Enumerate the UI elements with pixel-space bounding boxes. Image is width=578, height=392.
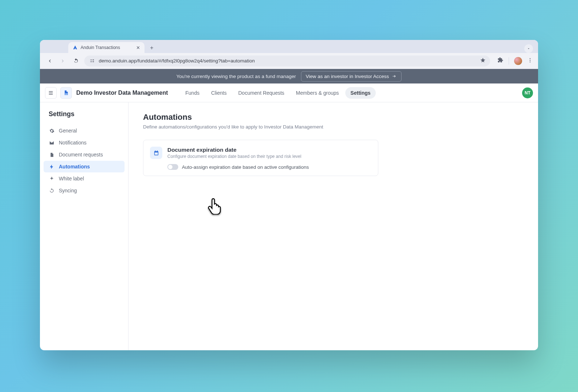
topnav-members[interactable]: Members & groups	[291, 87, 344, 99]
topnav-clients[interactable]: Clients	[206, 87, 232, 99]
top-nav: Funds Clients Document Requests Members …	[180, 87, 376, 99]
sidebar-item-document-requests[interactable]: Document requests	[44, 149, 125, 160]
back-button[interactable]	[45, 56, 54, 66]
url-text: demo.anduin.app/funddata/#/fdfxq2l0pg8ow…	[99, 58, 255, 64]
toolbar-right	[497, 57, 533, 65]
site-settings-icon[interactable]	[89, 58, 95, 64]
view-as-investor-link[interactable]: View as an investor in Investor Access	[301, 71, 402, 82]
tab-favicon-icon	[73, 45, 78, 50]
auto-assign-toggle[interactable]	[167, 164, 178, 170]
page-subtitle: Define automations/configurations you'd …	[143, 124, 524, 130]
card-title: Document expiration date	[167, 147, 371, 153]
browser-tab[interactable]: Anduin Transactions ✕	[68, 42, 144, 53]
browser-tabstrip: Anduin Transactions ✕ +	[40, 40, 538, 53]
sidebar-item-general[interactable]: General	[44, 125, 125, 136]
browser-toolbar: demo.anduin.app/funddata/#/fdfxq2l0pg8ow…	[40, 53, 538, 69]
notice-link-label: View as an investor in Investor Access	[306, 74, 389, 79]
browser-window: Anduin Transactions ✕ + dem	[40, 40, 538, 350]
chrome-menu-icon[interactable]	[527, 57, 533, 65]
sidebar-item-automations[interactable]: Automations	[44, 161, 125, 172]
forward-button[interactable]	[58, 56, 68, 66]
new-tab-button[interactable]: +	[147, 43, 157, 53]
svg-point-1	[530, 60, 530, 60]
sidebar-item-label: Syncing	[59, 188, 77, 193]
sidebar-item-label: Automations	[59, 164, 90, 170]
topnav-docreq[interactable]: Document Requests	[233, 87, 289, 99]
bookmark-icon[interactable]	[480, 57, 486, 65]
sidebar-title: Settings	[40, 110, 128, 123]
toggle-label: Auto-assign expiration date based on act…	[182, 164, 309, 170]
reload-button[interactable]	[71, 56, 81, 66]
bolt-icon	[49, 164, 54, 170]
role-notice-bar: You're currently viewing the product as …	[40, 69, 538, 83]
mail-icon	[49, 140, 54, 146]
sidebar-item-label: Document requests	[59, 152, 103, 158]
svg-point-2	[530, 61, 530, 62]
sparkle-icon	[49, 176, 54, 181]
hamburger-button[interactable]	[45, 87, 57, 99]
document-icon	[49, 152, 54, 158]
topnav-funds[interactable]: Funds	[180, 87, 205, 99]
sidebar-item-label: General	[59, 128, 77, 134]
svg-rect-7	[157, 150, 157, 152]
page-title: Automations	[143, 113, 524, 122]
profile-avatar-icon[interactable]	[514, 57, 522, 65]
svg-point-0	[530, 58, 530, 59]
svg-rect-5	[155, 152, 158, 155]
extensions-icon[interactable]	[497, 57, 504, 65]
sidebar-item-label: White label	[59, 176, 84, 181]
calendar-icon	[150, 147, 162, 159]
automation-card-document-expiration: Document expiration date Configure docum…	[143, 140, 378, 176]
tab-title: Anduin Transactions	[81, 45, 133, 50]
main-content: Automations Define automations/configura…	[129, 102, 538, 350]
gear-icon	[49, 128, 54, 134]
tab-close-icon[interactable]: ✕	[136, 45, 140, 50]
card-description: Configure document expiration date based…	[167, 154, 371, 159]
sync-icon	[49, 188, 54, 193]
workspace-icon[interactable]	[60, 87, 72, 99]
user-avatar[interactable]: NT	[522, 87, 533, 98]
sidebar-item-syncing[interactable]: Syncing	[44, 185, 125, 196]
topnav-settings[interactable]: Settings	[345, 87, 375, 99]
sidebar-item-white-label[interactable]: White label	[44, 173, 125, 184]
app-bar: Demo Investor Data Management Funds Clie…	[40, 83, 538, 102]
notice-text: You're currently viewing the product as …	[176, 74, 296, 79]
sidebar-item-label: Notifications	[59, 140, 86, 146]
toolbar-divider	[509, 57, 509, 65]
svg-rect-3	[65, 93, 67, 95]
svg-rect-6	[155, 150, 155, 152]
settings-sidebar: Settings General Notifications Document …	[40, 102, 129, 350]
sidebar-item-notifications[interactable]: Notifications	[44, 137, 125, 148]
address-bar[interactable]: demo.anduin.app/funddata/#/fdfxq2l0pg8ow…	[84, 56, 490, 66]
tabs-dropdown-icon[interactable]	[524, 44, 533, 53]
workspace-title: Demo Investor Data Management	[76, 90, 168, 96]
app-body: Settings General Notifications Document …	[40, 102, 538, 350]
